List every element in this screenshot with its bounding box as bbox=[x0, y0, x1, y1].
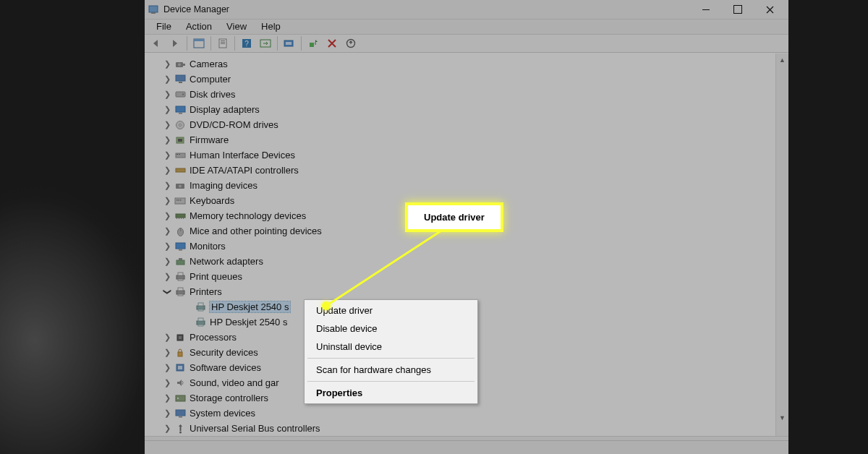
tree-label: Mice and other pointing devices bbox=[190, 226, 322, 236]
storage-icon bbox=[174, 393, 187, 404]
svg-rect-48 bbox=[179, 258, 182, 260]
printer-icon bbox=[194, 317, 207, 328]
svg-rect-22 bbox=[176, 106, 185, 112]
expand-icon[interactable]: ❯ bbox=[162, 378, 172, 387]
expand-icon[interactable]: ❯ bbox=[162, 272, 172, 281]
update-driver-button[interactable] bbox=[305, 35, 322, 51]
forward-button[interactable] bbox=[166, 35, 184, 51]
memory-icon bbox=[174, 210, 187, 222]
tree-item-dvd[interactable]: ❯ DVD/CD-ROM drives bbox=[145, 117, 775, 132]
svg-rect-0 bbox=[149, 6, 158, 12]
show-hide-tree-button[interactable] bbox=[190, 35, 208, 51]
tree-item-hid[interactable]: ❯ Human Interface Devices bbox=[145, 147, 775, 163]
uninstall-device-button[interactable] bbox=[342, 35, 359, 51]
scroll-up-icon[interactable]: ▲ bbox=[776, 53, 788, 66]
maximize-button[interactable] bbox=[722, 0, 754, 19]
ctx-scan-hardware[interactable]: Scan for hardware changes bbox=[306, 361, 476, 379]
keyboard-icon bbox=[174, 195, 187, 207]
tree-item-print-queues[interactable]: ❯ Print queues bbox=[145, 269, 775, 284]
expand-icon[interactable]: ❯ bbox=[162, 135, 172, 145]
printer-icon bbox=[174, 271, 187, 283]
properties-button[interactable] bbox=[214, 35, 231, 51]
expand-icon[interactable]: ❯ bbox=[162, 348, 172, 357]
disk-icon bbox=[174, 89, 187, 100]
expand-icon[interactable]: ❯ bbox=[162, 90, 172, 99]
tree-item-printers[interactable]: ❯ Printers bbox=[145, 284, 775, 299]
expand-icon[interactable]: ❯ bbox=[162, 181, 172, 190]
expand-icon[interactable]: ❯ bbox=[162, 363, 172, 372]
svg-rect-68 bbox=[176, 410, 185, 416]
expand-icon[interactable]: ❯ bbox=[162, 59, 172, 69]
collapse-icon[interactable]: ❯ bbox=[163, 287, 172, 297]
tree-item-imaging[interactable]: ❯ Imaging devices bbox=[145, 178, 775, 193]
callout-box: Update driver bbox=[405, 202, 503, 232]
tree-item-disk-drives[interactable]: ❯ Disk drives bbox=[145, 87, 775, 102]
svg-rect-18 bbox=[176, 75, 185, 81]
expand-icon[interactable]: ❯ bbox=[162, 333, 172, 342]
ctx-properties[interactable]: Properties bbox=[306, 384, 476, 402]
svg-rect-57 bbox=[198, 309, 203, 311]
svg-rect-28 bbox=[176, 153, 185, 158]
tree-item-display-adapters[interactable]: ❯ Display adapters bbox=[145, 102, 775, 117]
expand-icon[interactable]: ❯ bbox=[162, 393, 172, 403]
scroll-down-icon[interactable]: ▼ bbox=[776, 411, 788, 424]
tree-item-network[interactable]: ❯ Network adapters bbox=[145, 254, 775, 269]
menu-action[interactable]: Action bbox=[180, 20, 218, 33]
network-icon bbox=[174, 256, 187, 267]
ide-icon bbox=[174, 165, 187, 176]
tree-item-system[interactable]: ❯ System devices bbox=[145, 406, 775, 421]
expand-icon[interactable]: ❯ bbox=[162, 120, 172, 129]
svg-rect-47 bbox=[176, 260, 184, 265]
tree-item-computer[interactable]: ❯ Computer bbox=[145, 72, 775, 87]
expand-icon[interactable]: ❯ bbox=[162, 424, 172, 433]
ctx-uninstall[interactable]: Uninstall device bbox=[306, 338, 476, 356]
toolbar-icon-a[interactable] bbox=[257, 35, 274, 51]
expand-icon[interactable]: ❯ bbox=[162, 211, 172, 220]
svg-rect-42 bbox=[183, 218, 184, 219]
svg-rect-27 bbox=[178, 139, 182, 142]
ctx-update-driver[interactable]: Update driver bbox=[306, 301, 476, 320]
expand-icon[interactable]: ❯ bbox=[162, 226, 172, 236]
menu-help[interactable]: Help bbox=[255, 20, 286, 33]
expand-icon[interactable]: ❯ bbox=[162, 408, 172, 418]
tree-label: Network adapters bbox=[190, 256, 263, 267]
tree-label: Sound, video and gar bbox=[190, 377, 279, 388]
vertical-scrollbar[interactable]: ▲ ▼ bbox=[775, 53, 788, 436]
help-button[interactable]: ? bbox=[238, 35, 255, 51]
tree-label: Security devices bbox=[190, 347, 258, 358]
tree-item-monitors[interactable]: ❯ Monitors bbox=[145, 239, 775, 254]
svg-rect-17 bbox=[183, 64, 185, 66]
callout-text: Update driver bbox=[424, 212, 485, 223]
expand-icon[interactable]: ❯ bbox=[162, 196, 172, 205]
tree-item-cameras[interactable]: ❯ Cameras bbox=[145, 56, 775, 72]
tree-label: Storage controllers bbox=[190, 393, 268, 403]
tree-label: Printers bbox=[190, 286, 222, 297]
menu-file[interactable]: File bbox=[150, 20, 177, 33]
minimize-button[interactable] bbox=[690, 0, 722, 19]
svg-rect-34 bbox=[175, 198, 185, 204]
expand-icon[interactable]: ❯ bbox=[162, 150, 172, 160]
svg-rect-50 bbox=[178, 273, 183, 275]
tree-item-ide[interactable]: ❯ IDE ATA/ATAPI controllers bbox=[145, 163, 775, 178]
svg-rect-53 bbox=[178, 288, 183, 291]
expand-icon[interactable]: ❯ bbox=[162, 105, 172, 114]
tree-label: Display adapters bbox=[190, 104, 260, 115]
close-button[interactable] bbox=[754, 0, 786, 19]
expand-icon[interactable]: ❯ bbox=[162, 74, 172, 84]
back-button[interactable] bbox=[148, 35, 165, 51]
disable-device-button[interactable] bbox=[323, 35, 341, 51]
svg-rect-59 bbox=[198, 318, 203, 321]
expand-icon[interactable]: ❯ bbox=[162, 166, 172, 175]
scan-hardware-button[interactable] bbox=[281, 35, 298, 51]
tree-item-usb[interactable]: ❯ Universal Serial Bus controllers bbox=[145, 421, 775, 436]
window-title: Device Manager bbox=[163, 4, 229, 14]
menu-view[interactable]: View bbox=[221, 20, 252, 33]
tree-label: HP Deskjet 2540 s bbox=[210, 301, 290, 312]
ctx-disable-device[interactable]: Disable device bbox=[306, 320, 476, 338]
svg-rect-40 bbox=[179, 218, 179, 219]
svg-point-70 bbox=[179, 431, 182, 433]
expand-icon[interactable]: ❯ bbox=[162, 257, 172, 266]
expand-icon[interactable]: ❯ bbox=[162, 241, 172, 251]
cpu-icon bbox=[174, 332, 187, 343]
tree-item-firmware[interactable]: ❯ Firmware bbox=[145, 132, 775, 147]
